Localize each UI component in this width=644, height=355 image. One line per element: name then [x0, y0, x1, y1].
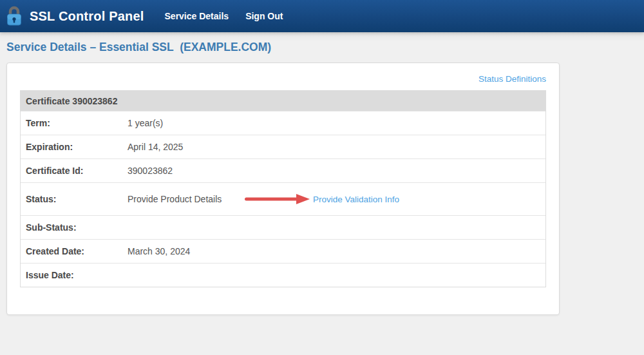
- table-row-certificate-id: Certificate Id: 390023862: [21, 158, 545, 182]
- app-title: SSL Control Panel: [30, 9, 144, 24]
- status-value-group: Provide Product Details Provide Validati…: [128, 194, 545, 204]
- row-label: Expiration:: [21, 142, 128, 152]
- top-navigation-bar: SSL Control Panel Service Details Sign O…: [0, 0, 644, 32]
- row-label: Issue Date:: [21, 270, 128, 280]
- lock-icon: [6, 6, 23, 26]
- row-value: April 14, 2025: [128, 142, 183, 152]
- page-body: Service Details – Essential SSL (EXAMPLE…: [0, 32, 644, 355]
- row-label: Term:: [21, 118, 128, 128]
- table-row-term: Term: 1 year(s): [21, 111, 545, 135]
- table-row-created-date: Created Date: March 30, 2024: [21, 239, 545, 263]
- table-row-sub-status: Sub-Status:: [21, 215, 545, 239]
- red-annotation-arrow-icon: [245, 194, 310, 204]
- row-label: Status:: [21, 194, 128, 204]
- nav-sign-out[interactable]: Sign Out: [245, 11, 283, 21]
- certificate-table: Certificate 390023862 Term: 1 year(s) Ex…: [20, 90, 546, 287]
- row-label: Certificate Id:: [21, 166, 128, 176]
- row-value: Provide Product Details: [128, 194, 245, 204]
- certificate-table-header: Certificate 390023862: [21, 91, 545, 111]
- row-label: Created Date:: [21, 246, 128, 256]
- page-title: Service Details – Essential SSL (EXAMPLE…: [6, 41, 644, 54]
- table-row-status: Status: Provide Product Details Provide …: [21, 182, 545, 215]
- row-label: Sub-Status:: [21, 222, 128, 233]
- nav-service-details[interactable]: Service Details: [165, 11, 229, 21]
- table-row-expiration: Expiration: April 14, 2025: [21, 135, 545, 158]
- service-details-panel: Status Definitions Certificate 390023862…: [6, 62, 560, 315]
- panel-toolbar: Status Definitions: [20, 73, 546, 84]
- provide-validation-info-link[interactable]: Provide Validation Info: [313, 195, 399, 204]
- row-value: 390023862: [128, 166, 173, 176]
- table-row-issue-date: Issue Date:: [21, 263, 545, 287]
- status-definitions-link[interactable]: Status Definitions: [478, 74, 546, 84]
- row-value: March 30, 2024: [128, 246, 190, 256]
- top-nav-links: Service Details Sign Out: [165, 11, 283, 21]
- row-value: 1 year(s): [128, 118, 163, 128]
